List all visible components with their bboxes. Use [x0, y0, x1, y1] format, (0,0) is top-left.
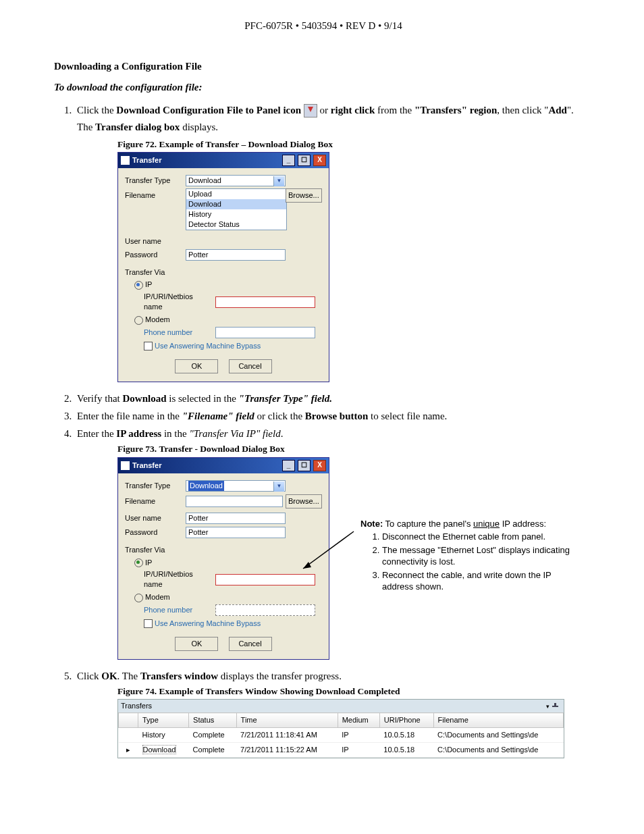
current-row-icon: ▸ [119, 742, 138, 757]
note-item: Reconnect the cable, and write down the … [382, 569, 583, 593]
text-bold: Add [548, 105, 567, 115]
pin-icon[interactable] [552, 703, 558, 709]
minimize-button[interactable]: _ [282, 155, 295, 166]
note-block: Note: To capture the panel's unique IP a… [360, 518, 583, 594]
filename-input[interactable] [186, 496, 283, 507]
label-phone: Phone number [134, 328, 213, 338]
ip-uri-input[interactable] [215, 296, 315, 308]
note-item: The message "Ethernet Lost" displays ind… [382, 544, 583, 568]
label-username: User name [125, 236, 183, 246]
maximize-button[interactable]: ☐ [298, 155, 311, 166]
section-title: Downloading a Configuration File [54, 59, 593, 73]
chevron-down-icon[interactable]: ▼ [273, 176, 284, 186]
text: Click the [77, 105, 116, 115]
note-item: Disconnect the Ethernet cable from panel… [382, 531, 583, 543]
close-button[interactable]: X [313, 460, 326, 471]
browse-button[interactable]: Browse... [286, 494, 322, 509]
step-2: Verify that Download is selected in the … [74, 392, 593, 405]
figure-72-caption: Figure 72. Example of Transfer – Downloa… [117, 138, 593, 151]
text: To capture the panel's [383, 519, 473, 529]
text: displays the transfer progress. [218, 671, 342, 681]
page-header: PFC-6075R • 5403594 • REV D • 9/14 [54, 19, 593, 32]
dialog-title-text: Transfer [132, 461, 161, 471]
table-row[interactable]: History Complete 7/21/2011 11:18:41 AM I… [119, 727, 564, 742]
col-type[interactable]: Type [138, 713, 189, 728]
checkbox-amb[interactable] [144, 619, 153, 628]
app-icon [121, 156, 130, 165]
dropdown-icon[interactable]: ▾ [546, 702, 549, 710]
cell: IP [338, 742, 379, 757]
table-row[interactable]: ▸ Download Complete 7/21/2011 11:15:22 A… [119, 742, 564, 757]
radio-modem[interactable] [134, 594, 143, 602]
phone-input[interactable] [215, 604, 315, 616]
text: , then click " [497, 105, 548, 115]
radio-modem[interactable] [134, 316, 143, 325]
ok-button[interactable]: OK [175, 359, 218, 373]
note-label: Note: [360, 519, 383, 529]
cell: Download [138, 742, 189, 757]
text: displays. [180, 122, 218, 132]
text-bold: Transfers window [140, 671, 218, 681]
label-amb: Use Answering Machine Bypass [155, 342, 261, 350]
label-filename: Filename [125, 496, 183, 506]
text-italic: "Transfer Via IP" field [189, 428, 280, 439]
text: IP address: [500, 519, 546, 529]
cancel-button[interactable]: Cancel [229, 637, 272, 651]
figure-73-caption: Figure 73. Transfer - Download Dialog Bo… [117, 443, 593, 455]
label-transfer-via: Transfer Via [125, 267, 322, 278]
svg-line-0 [303, 531, 354, 569]
text: Verify that [77, 393, 122, 404]
close-button[interactable]: X [313, 155, 326, 166]
ok-button[interactable]: OK [175, 637, 218, 651]
label-username: User name [125, 513, 183, 523]
col-filename[interactable]: Filename [433, 713, 563, 728]
text: to select file name. [368, 411, 447, 421]
label-transfer-type: Transfer Type [125, 481, 183, 491]
cell: 7/21/2011 11:18:41 AM [236, 727, 338, 742]
label-ip: IP [145, 280, 152, 288]
phone-input[interactable] [215, 327, 315, 338]
label-password: Password [125, 527, 183, 538]
cell: Complete [189, 727, 237, 742]
minimize-button[interactable]: _ [282, 460, 295, 471]
radio-ip[interactable] [134, 281, 143, 290]
transfers-table: Type Status Time Medium URI/Phone Filena… [118, 712, 564, 758]
text-bold-italic: "Filename" field [182, 411, 254, 421]
radio-ip[interactable] [134, 558, 143, 567]
select-value: Download [188, 176, 221, 186]
app-icon [121, 461, 130, 470]
step-3: Enter the file name in the "Filename" fi… [74, 409, 593, 423]
transfer-dialog-1: Transfer _ ☐ X Transfer Type Download ▼ [117, 152, 329, 382]
text-bold: right click [331, 105, 375, 115]
checkbox-amb[interactable] [144, 342, 153, 350]
text: in the [161, 428, 189, 439]
label-filename: Filename [125, 190, 183, 201]
text: ". [567, 105, 574, 115]
col-status[interactable]: Status [189, 713, 237, 728]
text: Enter the file name in the [77, 411, 182, 421]
transfer-type-select[interactable]: Download ▼ [186, 480, 286, 492]
text-bold: Transfer dialog box [95, 122, 180, 132]
chevron-down-icon[interactable]: ▼ [273, 481, 284, 492]
ip-uri-input[interactable] [215, 574, 315, 585]
username-input[interactable]: Potter [186, 513, 286, 524]
maximize-button[interactable]: ☐ [298, 460, 311, 471]
text: The [77, 122, 95, 132]
cancel-button[interactable]: Cancel [229, 359, 272, 373]
col-time[interactable]: Time [236, 713, 338, 728]
cell: C:\Documents and Settings\de [433, 742, 563, 757]
dialog-titlebar: Transfer _ ☐ X [118, 458, 329, 473]
svg-marker-1 [303, 562, 311, 569]
col-uri-phone[interactable]: URI/Phone [379, 713, 433, 728]
label-phone: Phone number [134, 605, 213, 615]
cell: IP [338, 727, 379, 742]
cell: 10.0.5.18 [379, 727, 433, 742]
text: Enter the [77, 428, 116, 439]
transfer-type-select[interactable]: Download ▼ [186, 175, 286, 186]
label-ip-uri-netbios: IP/URI/Netbios name [134, 292, 213, 312]
text-bold: Download Configuration File to Panel ico… [116, 105, 301, 115]
password-input[interactable]: Potter [186, 527, 286, 538]
browse-button[interactable]: Browse... [286, 188, 322, 203]
password-input[interactable]: Potter [186, 249, 286, 261]
col-medium[interactable]: Medium [338, 713, 379, 728]
